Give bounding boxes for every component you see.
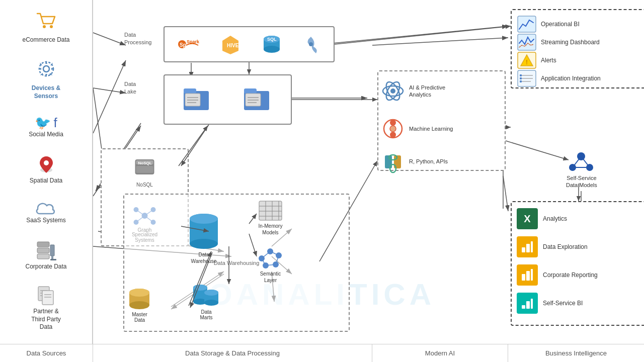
data-lake-box [164, 74, 292, 125]
bottom-labels-bar: Data Sources Data Storage & Data Process… [0, 344, 644, 362]
file-icon [37, 286, 55, 308]
svg-rect-133 [520, 77, 522, 79]
map-icon [36, 154, 56, 177]
bi-output-box: Operational BI Streaming Dashboard ! Ale… [511, 9, 644, 88]
svg-rect-143 [531, 241, 533, 252]
ml-label: Machine Learning [409, 126, 453, 132]
svg-point-49 [264, 46, 280, 53]
processing-tools-box: Sp Spark HIVE SQL [164, 26, 335, 62]
semantic-label: SemanticLayer [260, 270, 281, 284]
svg-rect-34 [50, 259, 56, 260]
svg-rect-31 [37, 254, 49, 259]
label-ai: Modern AI [372, 344, 508, 362]
svg-point-81 [190, 214, 218, 224]
hive-tool: HIVE [219, 34, 242, 54]
svg-rect-54 [184, 88, 196, 94]
analytics-icon: X [517, 208, 538, 229]
appint-label: Application Integration [541, 75, 601, 82]
self-service-label: Self-ServiceData Models [566, 174, 597, 189]
folder-icon-1 [181, 83, 214, 116]
cloud-icon [35, 200, 57, 217]
svg-rect-145 [526, 271, 530, 281]
source-saas: SaaS Systems [26, 200, 66, 225]
svg-rect-29 [37, 242, 49, 247]
data-warehouse-label: DataWarehouse [191, 251, 217, 264]
opbi-item: Operational BI [517, 15, 580, 33]
inmemory-item: In-MemoryModels [257, 199, 284, 236]
nosql-item: NoSQL NoSQL [131, 157, 158, 188]
source-social: 🐦 f Social Media [29, 115, 63, 139]
svg-rect-142 [526, 244, 530, 252]
semantic-item: SemanticLayer [257, 246, 284, 284]
gear-icon [36, 59, 56, 83]
ssbi-label: Self-Service BI [543, 300, 583, 307]
svg-point-25 [43, 66, 49, 72]
svg-rect-30 [37, 248, 49, 253]
exploration-item: Data Exploration [517, 236, 588, 257]
source-ecommerce: eCommerce Data [22, 13, 69, 44]
svg-point-105 [204, 300, 218, 306]
devices-label: Devices &Sensors [32, 84, 60, 100]
svg-point-106 [204, 290, 218, 296]
svg-rect-146 [531, 269, 533, 281]
svg-rect-147 [522, 305, 525, 309]
svg-point-80 [190, 239, 218, 249]
spark-tool: Sp Spark [177, 34, 200, 54]
svg-rect-68 [136, 166, 153, 173]
svg-point-26 [39, 62, 53, 76]
svg-text:NoSQL: NoSQL [138, 161, 151, 165]
data-warehousing-box: Data Warehousing [123, 194, 350, 332]
saas-label: SaaS Systems [26, 217, 66, 225]
bi-tools-box: X Analytics Data Exploration [511, 201, 644, 326]
svg-point-24 [50, 25, 53, 28]
masterdata-item: MasterData [126, 287, 153, 323]
svg-rect-144 [522, 274, 525, 281]
corporate-label: Corporate Data [25, 263, 66, 271]
label-data-sources: Data Sources [0, 344, 93, 362]
data-warehouse-item: DataWarehouse [186, 211, 221, 264]
server-icon [35, 240, 56, 263]
svg-rect-60 [244, 88, 257, 94]
svg-rect-82 [259, 201, 282, 220]
label-bi: Business Intelligence [508, 344, 644, 362]
svg-point-114 [390, 88, 395, 94]
sql-tool: SQL [262, 34, 281, 54]
svg-point-23 [43, 25, 46, 28]
source-devices: Devices &Sensors [32, 59, 60, 100]
svg-line-154 [335, 26, 511, 44]
data-lake-label: DataLake [124, 80, 136, 96]
svg-point-117 [390, 132, 396, 138]
svg-point-109 [129, 301, 149, 309]
alerts-item: ! Alerts [517, 51, 556, 69]
svg-point-52 [309, 42, 313, 46]
reporting-item: Corporate Reporting [517, 264, 598, 286]
source-spatial: Spatial Data [30, 154, 62, 185]
social-label: Social Media [29, 131, 63, 139]
reporting-label: Corporate Reporting [543, 272, 598, 279]
svg-line-157 [506, 141, 569, 160]
exploration-icon [517, 236, 538, 257]
ai-box: AI & PredictiveAnalytics Machine Learnin… [377, 70, 506, 171]
folder-icon-2 [242, 83, 274, 116]
alerts-label: Alerts [541, 57, 556, 64]
svg-text:Sp: Sp [180, 42, 186, 48]
svg-text:HIVE: HIVE [227, 43, 239, 48]
cart-icon [36, 13, 56, 35]
social-icons: 🐦 f [35, 115, 57, 131]
masterdata-label: MasterData [132, 312, 147, 323]
ai-predictive-item: AI & PredictiveAnalytics [381, 79, 445, 103]
svg-rect-141 [522, 247, 525, 252]
svg-line-139 [581, 156, 590, 167]
svg-rect-132 [520, 74, 522, 76]
python-item: R, Python, APIs [381, 149, 448, 173]
opbi-label: Operational BI [541, 21, 580, 28]
python-label: R, Python, APIs [409, 158, 448, 164]
reporting-icon [517, 264, 538, 286]
appint-item: Application Integration [517, 69, 601, 87]
nosql-label: NoSQL [136, 182, 153, 188]
svg-point-102 [193, 285, 207, 291]
ai-predictive-label: AI & PredictiveAnalytics [409, 84, 445, 99]
streaming-label: Streaming Dashboard [541, 39, 600, 46]
self-service-item: Self-ServiceData Models [566, 148, 597, 189]
svg-line-94 [262, 251, 270, 258]
